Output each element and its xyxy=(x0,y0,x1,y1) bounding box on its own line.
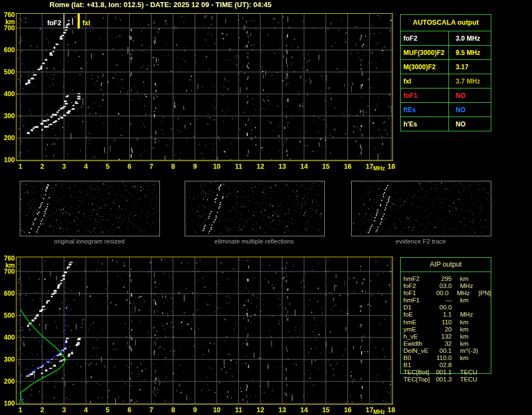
x-axis-tick-12: 12 xyxy=(253,163,268,170)
x-axis-tick-16: 16 xyxy=(341,163,355,170)
autoscala-row-hes: h'EsNO xyxy=(401,117,491,131)
thumbnail-eliminate-reflections xyxy=(185,181,325,236)
aip-cell: TECU xyxy=(460,376,482,383)
x-axis-tick-7: 7 xyxy=(144,163,158,170)
aip-cell: 20 xyxy=(434,326,452,333)
autoscala-param-value: NO xyxy=(449,106,465,114)
aip-table-title: AIP output xyxy=(401,258,491,272)
thumbnail-original-canvas xyxy=(20,181,158,235)
y-axis-tick-600: 600 xyxy=(1,46,15,54)
thumbnail-eliminate-canvas xyxy=(185,181,323,235)
autoscala-row-m3000f2: M(3000)F23.17 xyxy=(401,59,491,74)
aip-cell: foF1 xyxy=(401,290,432,297)
autoscala-table-rows: foF23.0 MHzMUF(3000)F29.5 MHzM(3000)F23.… xyxy=(401,31,491,131)
aip-cell: 132 xyxy=(434,333,452,340)
x-axis-tick-5: 5 xyxy=(101,163,115,170)
autoscala-param-value: 3.17 xyxy=(449,63,468,71)
aip-row-tectop: TEC[Top]001.3TECU xyxy=(401,376,491,383)
x-axis-tick-6: 6 xyxy=(123,163,137,170)
aip-cell: hmE xyxy=(401,319,434,326)
bottom-ionogram-canvas xyxy=(16,257,392,404)
autoscala-param-value: 3.0 MHz xyxy=(449,35,480,42)
aip-cell: TECU xyxy=(460,369,482,376)
aip-row-hmf2: hmF2295km xyxy=(401,275,491,283)
x-axis-tick-1: 1 xyxy=(13,406,27,414)
autoscala-row-muf3000f2: MUF(3000)F29.5 MHz xyxy=(401,45,491,59)
aip-cell: TEC[Top] xyxy=(401,376,434,383)
x-axis-tick-13: 13 xyxy=(275,163,289,170)
autoscala-param-value: 3.7 MHz xyxy=(449,78,480,85)
autoscala-param-value: NO xyxy=(449,120,465,128)
autoscala-param-label: MUF(3000)F2 xyxy=(401,46,449,59)
y-axis-unit-km: km xyxy=(1,18,15,26)
aip-cell: km xyxy=(460,355,482,362)
aip-cell: ymE xyxy=(401,326,434,333)
bottom-ionogram-plot xyxy=(16,257,393,405)
fxi-marker-label: fxI xyxy=(82,19,90,27)
y-axis-tick-200: 200 xyxy=(1,378,15,385)
aip-cell: 110 xyxy=(434,319,452,326)
aip-row-delnve: DelN_vE00.1m^(-3) xyxy=(401,347,491,355)
aip-cell: 295 xyxy=(434,275,452,283)
y-axis-tick-400: 400 xyxy=(1,334,15,341)
x-axis-tick-1: 1 xyxy=(13,163,27,170)
aip-row-hve: h_vE132km xyxy=(401,333,491,340)
aip-cell: 00.0 xyxy=(434,304,452,311)
x-axis-tick-6: 6 xyxy=(123,406,137,414)
autoscala-app-window: Rome (lat: +41.8, lon: 012.5) - DATE: 20… xyxy=(0,0,532,415)
autoscala-row-fof1: foF1NO xyxy=(401,88,491,102)
top-ionogram-canvas xyxy=(16,14,392,161)
x-axis-tick-9: 9 xyxy=(188,163,202,170)
autoscala-output-table: AUTOSCALA output foF23.0 MHzMUF(3000)F29… xyxy=(400,14,491,131)
thumbnail-caption-evidence: evidence F2 trace xyxy=(351,238,490,245)
x-axis-tick-4: 4 xyxy=(79,406,93,414)
x-axis-unit-mhz: MHz xyxy=(373,165,385,171)
x-axis-tick-15: 15 xyxy=(319,163,333,170)
aip-cell: hmF2 xyxy=(401,275,434,283)
aip-cell: 00.0 xyxy=(432,290,448,297)
aip-cell: km xyxy=(460,275,482,283)
aip-cell xyxy=(460,304,482,311)
y-axis-unit-km: km xyxy=(1,262,15,269)
x-axis-tick-13: 13 xyxy=(275,406,289,414)
aip-row-foe: foE1.1MHz xyxy=(401,311,491,318)
x-axis-tick-10: 10 xyxy=(209,406,224,414)
aip-cell: km xyxy=(460,326,482,333)
aip-cell: --- xyxy=(434,297,452,304)
aip-row-b1: B102.8 xyxy=(401,362,491,369)
x-axis-tick-14: 14 xyxy=(297,163,311,170)
autoscala-param-label: h'Es xyxy=(401,117,449,131)
aip-row-d1: D100.0 xyxy=(401,304,491,311)
aip-cell: Ewidth xyxy=(401,340,434,347)
y-axis-tick-500: 500 xyxy=(1,68,15,76)
thumbnail-caption-original: original ionogram resized xyxy=(20,238,159,245)
aip-cell: B1 xyxy=(401,362,434,369)
x-axis-tick-9: 9 xyxy=(188,406,202,414)
autoscala-row-fof2: foF23.0 MHz xyxy=(401,31,491,45)
autoscala-param-label: foF1 xyxy=(401,88,449,102)
autoscala-table-title: AUTOSCALA output xyxy=(401,15,491,31)
aip-row-yme: ymE20km xyxy=(401,326,491,333)
x-axis-tick-7: 7 xyxy=(144,406,158,414)
y-axis-tick-600: 600 xyxy=(1,290,15,297)
autoscala-param-label: ftEs xyxy=(401,103,449,117)
autoscala-param-value: NO xyxy=(449,92,465,99)
aip-cell: 00.1 xyxy=(434,347,452,355)
page-title: Rome (lat: +41.8, lon: 012.5) - DATE: 20… xyxy=(49,1,271,9)
y-axis-tick-200: 200 xyxy=(1,134,15,142)
x-axis-tick-8: 8 xyxy=(166,406,180,414)
aip-cell: 110.0 xyxy=(434,355,452,362)
aip-table-rows: hmF2295kmfoF203.0MHzfoF100.0MHz[PN]hmF1-… xyxy=(401,275,491,383)
aip-table-divider xyxy=(401,272,491,272)
aip-row-ewidth: Ewidth32km xyxy=(401,340,491,347)
aip-cell: D1 xyxy=(401,304,434,311)
x-axis-tick-16: 16 xyxy=(341,406,355,414)
x-axis-tick-8: 8 xyxy=(166,163,180,170)
x-axis-tick-3: 3 xyxy=(57,406,71,414)
y-axis-tick-400: 400 xyxy=(1,90,15,98)
aip-cell: MHz xyxy=(460,311,482,318)
x-axis-tick-11: 11 xyxy=(231,163,246,170)
aip-cell: DelN_vE xyxy=(401,347,434,355)
x-axis-tick-4: 4 xyxy=(79,163,93,170)
y-axis-tick-300: 300 xyxy=(1,112,15,120)
